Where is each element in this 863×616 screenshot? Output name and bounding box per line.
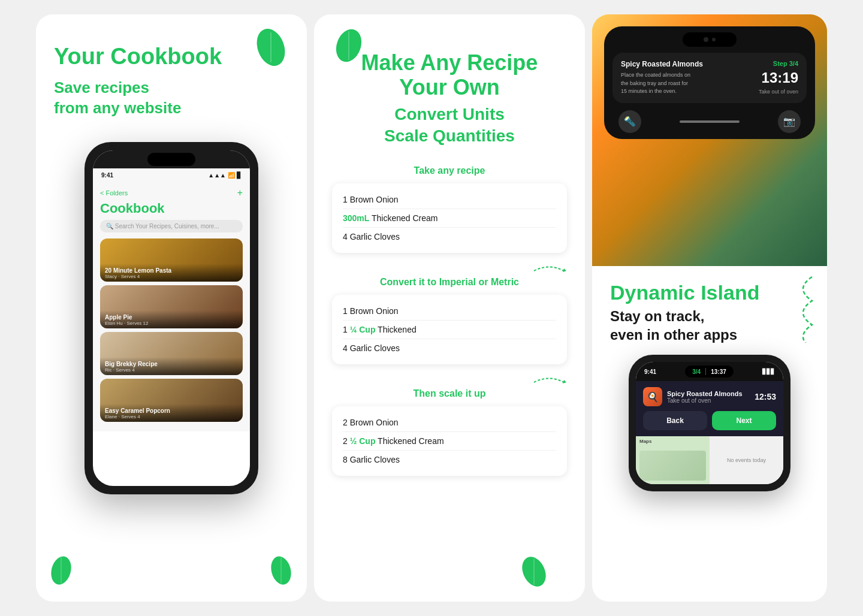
di-timer: 13:37 [711,369,726,375]
ingredient-1-1: 1 Brown Onion [343,191,556,209]
ingredient-2-2: 1 ¼ Cup Thickened [343,321,556,339]
panel2-title-line2: Your Own [399,75,499,99]
recipe-sub-4: Elane · Serves 4 [105,414,238,419]
leaf-decoration-top-right [253,26,289,68]
phone-frame-top: Spicy Roasted Almonds Place the coated a… [604,26,815,139]
subtitle-website-green: any website [93,99,181,117]
section2-green: Convert [380,277,416,287]
widget-left-content: Spicy Roasted Almonds Place the coated a… [621,60,703,96]
ingredient-3-2: 2 ½ Cup Thickened Cream [343,432,556,451]
di-pill [683,32,737,47]
recipe-title-4: Easy Caramel Popcorn [105,407,238,414]
section1-post: recipe [454,165,485,176]
ingredient-2-1: 1 Brown Onion [343,302,556,321]
leaf-decoration-bottom-left [48,554,75,587]
recipe-title-1: 20 Minute Lemon Pasta [105,267,238,274]
widget-step-label: Step 3/4 [759,60,798,67]
app-container: Your Cookbook Save recipes from any webs… [36,14,827,602]
phone-top-section: Spicy Roasted Almonds Place the coated a… [592,14,827,266]
signal-icon: ▲▲▲ [208,172,226,179]
notif-timer-display: 12:53 [755,392,776,401]
recipe-card-4[interactable]: Easy Caramel Popcorn Elane · Serves 4 [100,379,243,422]
phone-nav-row: < Folders + [100,188,243,198]
app-name-label: Cookbook [100,201,243,216]
notif-text-content: Spicy Roasted Almonds Take out of oven [667,390,750,404]
phone-status-bar: 9:41 ▲▲▲ 📶 ▊ [93,168,250,182]
phone-bottom-controls: 🔦 📷 [612,110,807,133]
status-icons: ▲▲▲ 📶 ▊ [208,172,242,179]
section1-pre: Take [414,165,438,176]
back-button[interactable]: Back [643,411,707,430]
dashed-arrow-1 [332,260,567,274]
calendar-widget: No events today [710,436,783,484]
quantities-label: Quantities [433,126,515,145]
panel-convert: Make Any Recipe Your Own Convert Units S… [314,14,585,602]
camera-icon[interactable]: 📷 [778,110,801,133]
ingredient-1-2: 300mL Thickened Cream [343,209,556,228]
notif-recipe-title: Spicy Roasted Almonds [667,390,750,397]
maps-label: Maps [639,439,651,444]
dynamic-island-title: Dynamic Island [610,281,809,304]
subtitle-save: Save [54,78,95,96]
phone-mockup-1: 9:41 ▲▲▲ 📶 ▊ < Folders + Cookbook � [85,142,258,494]
ingredient-2-3: 4 Garlic Cloves [343,339,556,357]
section3-green: scale [439,388,463,398]
ingredient-3-1: 2 Brown Onion [343,413,556,432]
ingredient-3-3: 8 Garlic Cloves [343,451,556,469]
maps-widget: Maps [636,436,710,484]
section3-pre: Then [414,388,439,398]
feature-description: Stay on track, even in other apps [610,307,809,344]
phone-screen-1: 9:41 ▲▲▲ 📶 ▊ < Folders + Cookbook � [93,150,250,486]
flashlight-icon[interactable]: 🔦 [618,110,641,133]
panel2-subtitle: Convert Units Scale Quantities [384,104,515,147]
di-step: 3/4 [692,369,701,375]
notif-action-text: Take out of oven [667,397,750,404]
widget-timer-display: 13:19 [759,70,798,86]
recipe-sub-1: Stacy · Serves 4 [105,274,238,279]
section3-card: 2 Brown Onion 2 ½ Cup Thickened Cream 8 … [332,406,567,476]
phone-time: 9:41 [101,172,113,179]
feature-desc-2: even in other apps [610,327,737,343]
subtitle-recipes-green: recipes [95,78,149,96]
home-widgets: Maps No events today [636,436,783,484]
search-bar[interactable]: 🔍 Search Your Recipes, Cuisines, more... [100,220,243,232]
cookbook-subtitle: Save recipes from any website [54,78,289,119]
recipe-sub-2: Elsin Hu · Serves 12 [105,321,238,326]
dashed-arrow-2 [332,372,567,386]
scale-label: Scale [384,126,433,145]
ingredient-1-3: 4 Garlic Cloves [343,228,556,246]
panel-dynamic-island: Spicy Roasted Almonds Place the coated a… [592,14,827,602]
feature-desc-1: Stay on track, [610,308,704,324]
widget-right-content: Step 3/4 13:19 Take out of oven [759,60,798,95]
notif-app-icon: 🍳 [643,387,662,406]
section3-title: Then scale it up [332,388,567,399]
section1-green: any [437,165,454,176]
di-expanded: 3/4 13:37 [685,366,733,378]
wifi-icon: 📶 [228,172,235,179]
section2-post: it to Imperial or Metric [416,277,519,287]
section2-title: Convert it to Imperial or Metric [332,277,567,288]
recipe-card-3[interactable]: Big Brekky Recipe Ric · Serves 4 [100,332,243,375]
section1-card: 1 Brown Onion 300mL Thickened Cream 4 Ga… [332,183,567,253]
panel2-title-line1: Make Any Recipe [361,50,538,75]
notif-header: 🍳 Spicy Roasted Almonds Take out of oven… [643,387,776,406]
convert-units-label: Convert Units [394,105,505,123]
widget-action-label: Take out of oven [759,89,798,95]
subtitle-from: from [54,99,93,117]
phone2-time: 9:41 [644,369,656,375]
section2-card: 1 Brown Onion 1 ¼ Cup Thickened 4 Garlic… [332,295,567,364]
section-scale: Then scale it up 2 Brown Onion 2 ½ Cup T… [332,388,567,476]
recipe-card-1[interactable]: 20 Minute Lemon Pasta Stacy · Serves 4 [100,238,243,282]
widget-recipe-title: Spicy Roasted Almonds [621,60,703,68]
next-button[interactable]: Next [712,411,776,430]
recipe-card-2[interactable]: Apple Pie Elsin Hu · Serves 12 [100,285,243,328]
search-placeholder: Search Your Recipes, Cuisines, more... [115,223,219,230]
phone-notch [93,150,250,168]
phone-dynamic-island-top [147,153,195,166]
phone2-status-bar: 9:41 3/4 13:37 ▊▊▊ [636,362,783,381]
add-button[interactable]: + [237,188,243,198]
folders-back[interactable]: < Folders [100,189,128,197]
recipe-title-3: Big Brekky Recipe [105,361,238,367]
section1-title: Take any recipe [332,165,567,176]
section-convert: Convert it to Imperial or Metric 1 Brown… [332,277,567,364]
